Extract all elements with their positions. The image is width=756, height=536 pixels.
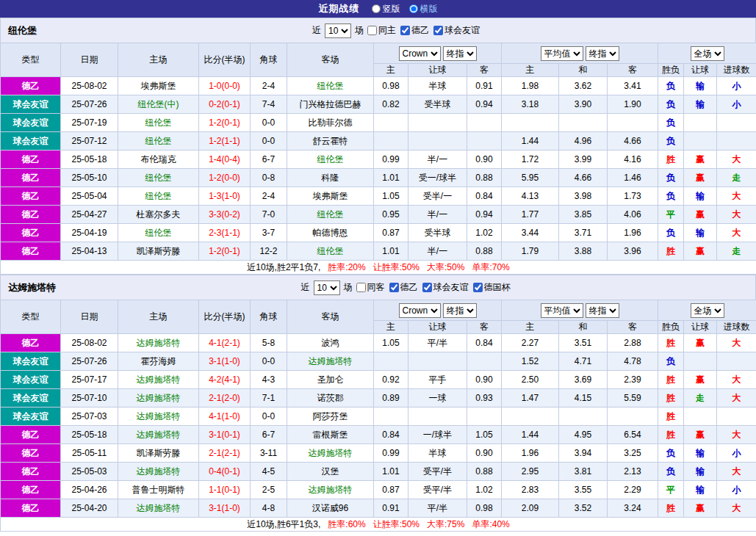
filter-checkbox[interactable] <box>389 283 399 292</box>
cell-date: 25-05-11 <box>61 444 118 463</box>
filter-option[interactable]: 德国杯 <box>473 281 511 294</box>
cell-league-type: 球会友谊 <box>1 408 61 426</box>
sub-header-odds-away: 客 <box>467 321 502 334</box>
filter-option[interactable]: 同主 <box>367 24 396 37</box>
cell-home-team[interactable]: 达姆施塔特 <box>118 334 199 352</box>
cell-home-team[interactable]: 达姆施塔特 <box>118 499 199 518</box>
avg-type-select[interactable]: 平均值 <box>541 46 583 61</box>
cell-goals-result: 大 <box>717 389 756 408</box>
filter-checkbox[interactable] <box>367 26 377 35</box>
filter-option[interactable]: 球会友谊 <box>433 24 480 37</box>
cell-home-team[interactable]: 纽伦堡 <box>118 187 199 206</box>
view-mode-radio[interactable] <box>409 4 418 13</box>
cell-home-team[interactable]: 纽伦堡 <box>118 224 199 242</box>
team-section: 纽伦堡 近 10 场 同主德乙球会友谊 类型 日期 主场 比分(半场) 角球 客… <box>0 18 756 275</box>
full-match-select[interactable]: 全场 <box>691 46 724 61</box>
cell-away-team[interactable]: 科隆 <box>287 169 374 187</box>
col-header-away: 客场 <box>287 300 374 334</box>
cell-away-team[interactable]: 诺茨郡 <box>287 389 374 408</box>
cell-odds-handicap: 平手 <box>408 371 467 389</box>
cell-corners: 4-3 <box>251 371 287 389</box>
cell-away-team[interactable]: 埃弗斯堡 <box>287 187 374 206</box>
cell-away-team[interactable]: 达姆施塔特 <box>287 444 374 463</box>
filter-checkbox[interactable] <box>422 283 432 292</box>
cell-away-team[interactable]: 纽伦堡 <box>287 77 374 95</box>
filter-checkbox[interactable] <box>400 26 410 35</box>
cell-goals-result: 小 <box>717 481 756 499</box>
odds-company-select[interactable]: Crown <box>399 46 441 61</box>
view-mode-radio[interactable] <box>372 4 381 13</box>
recent-count-select[interactable]: 10 <box>314 280 340 295</box>
cell-home-team[interactable]: 达姆施塔特 <box>118 408 199 426</box>
cell-away-team[interactable]: 门兴格拉德巴赫 <box>287 95 374 114</box>
cell-away-team[interactable]: 雷根斯堡 <box>287 426 374 444</box>
filter-option[interactable]: 德乙 <box>389 281 418 294</box>
cell-date: 25-07-26 <box>61 95 118 114</box>
cell-away-team[interactable]: 汉堡 <box>287 463 374 481</box>
cell-avg-home: 1.98 <box>502 77 559 95</box>
cell-home-team[interactable]: 凯泽斯劳滕 <box>118 242 199 261</box>
cell-away-team[interactable]: 纽伦堡 <box>287 242 374 261</box>
odds-header-cell: Crown 终指 <box>374 43 502 64</box>
sub-header-handicap-result: 让球 <box>684 321 717 334</box>
cell-corners: 6-7 <box>251 151 287 169</box>
cell-home-team[interactable]: 霍芬海姆 <box>118 352 199 371</box>
cell-home-team[interactable]: 纽伦堡 <box>118 114 199 132</box>
summary-lead: 近10场,胜2平1负7, <box>247 262 320 272</box>
cell-home-team[interactable]: 达姆施塔特 <box>118 371 199 389</box>
recent-count-select[interactable]: 10 <box>325 23 351 38</box>
filter-checkbox[interactable] <box>473 283 483 292</box>
full-match-select[interactable]: 全场 <box>691 303 724 318</box>
sub-header-odds-away: 客 <box>467 64 502 77</box>
cell-away-team[interactable]: 汉诺威96 <box>287 499 374 518</box>
view-mode-option[interactable]: 横版 <box>409 3 438 15</box>
cell-away-team[interactable]: 纽伦堡 <box>287 206 374 224</box>
match-row: 德乙25-05-10纽伦堡1-2(0-0)0-8科隆1.01受一/球半0.885… <box>1 169 756 187</box>
cell-home-team[interactable]: 布伦瑞克 <box>118 151 199 169</box>
avg-stage-select[interactable]: 终指 <box>586 46 619 61</box>
cell-avg-away: 5.59 <box>608 389 658 408</box>
cell-home-team[interactable]: 达姆施塔特 <box>118 389 199 408</box>
odds-stage-select[interactable]: 终指 <box>443 46 477 61</box>
cell-away-team[interactable]: 纽伦堡 <box>287 151 374 169</box>
cell-result: 胜 <box>658 334 684 352</box>
cell-odds-handicap: 受平/半 <box>408 463 467 481</box>
cell-league-type: 德乙 <box>1 77 61 95</box>
cell-away-team[interactable]: 达姆施塔特 <box>287 481 374 499</box>
cell-away-team[interactable]: 圣加仑 <box>287 371 374 389</box>
cell-home-team[interactable]: 达姆施塔特 <box>118 426 199 444</box>
cell-home-team[interactable]: 纽伦堡 <box>118 132 199 151</box>
cell-home-team[interactable]: 普鲁士明斯特 <box>118 481 199 499</box>
cell-away-team[interactable]: 达姆施塔特 <box>287 352 374 371</box>
cell-home-team[interactable]: 纽伦堡(中) <box>118 95 199 114</box>
filter-option[interactable]: 球会友谊 <box>422 281 469 294</box>
odds-company-select[interactable]: Crown <box>399 303 441 318</box>
summary-row: 近10场,胜2平1负7,胜率:20%让胜率:50%大率:50%单率:70% <box>1 261 756 275</box>
cell-avg-away: 1.96 <box>608 224 658 242</box>
odds-stage-select[interactable]: 终指 <box>443 303 477 318</box>
cell-away-team[interactable]: 帕德博恩 <box>287 224 374 242</box>
cell-home-team[interactable]: 凯泽斯劳滕 <box>118 444 199 463</box>
cell-away-team[interactable]: 比勒菲尔德 <box>287 114 374 132</box>
cell-avg-away: 2.39 <box>608 371 658 389</box>
cell-odds-home: 1.01 <box>374 169 408 187</box>
avg-stage-select[interactable]: 终指 <box>586 303 619 318</box>
cell-odds-home: 0.92 <box>374 371 408 389</box>
cell-date: 25-05-18 <box>61 151 118 169</box>
match-row: 德乙25-05-11凯泽斯劳滕2-1(2-1)3-11达姆施塔特0.99半球0.… <box>1 444 756 463</box>
cell-odds-away: 0.88 <box>467 169 502 187</box>
filter-checkbox[interactable] <box>356 283 366 292</box>
filter-option[interactable]: 同客 <box>356 281 385 294</box>
cell-away-team[interactable]: 波鸿 <box>287 334 374 352</box>
cell-away-team[interactable]: 阿莎芬堡 <box>287 408 374 426</box>
filter-checkbox[interactable] <box>433 26 443 35</box>
filter-option[interactable]: 德乙 <box>400 24 429 37</box>
avg-type-select[interactable]: 平均值 <box>541 303 583 318</box>
cell-home-team[interactable]: 达姆施塔特 <box>118 463 199 481</box>
cell-home-team[interactable]: 纽伦堡 <box>118 169 199 187</box>
cell-away-team[interactable]: 舒云霍特 <box>287 132 374 151</box>
match-row: 德乙25-04-19纽伦堡2-3(1-1)3-7帕德博恩0.87受半球1.023… <box>1 224 756 242</box>
cell-home-team[interactable]: 杜塞尔多夫 <box>118 206 199 224</box>
cell-home-team[interactable]: 埃弗斯堡 <box>118 77 199 95</box>
view-mode-option[interactable]: 竖版 <box>372 3 400 15</box>
